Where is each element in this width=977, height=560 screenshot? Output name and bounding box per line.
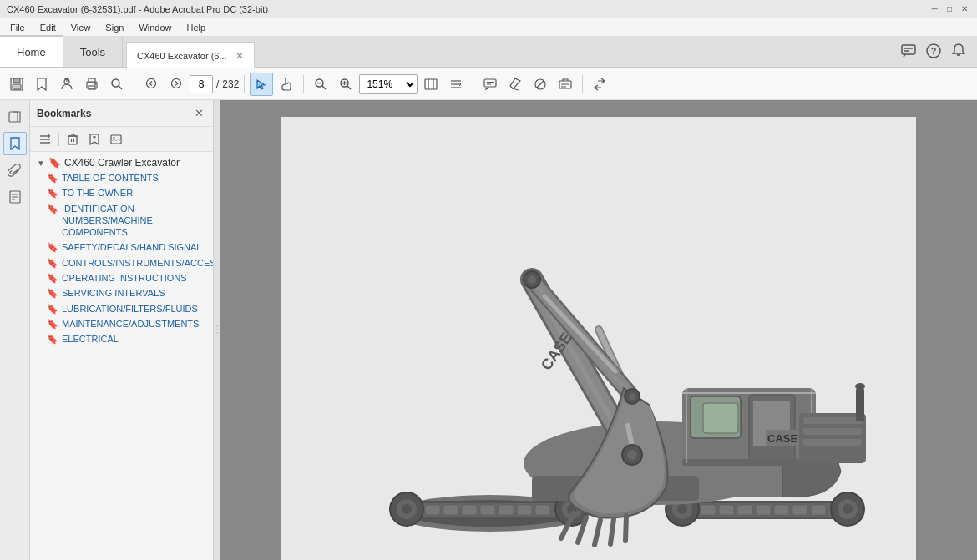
fit-page-button[interactable] (419, 73, 443, 96)
hand-tool-button[interactable] (275, 73, 298, 96)
svg-point-12 (94, 83, 96, 85)
menu-edit[interactable]: Edit (33, 21, 63, 34)
panel-resize-handle[interactable] (214, 100, 220, 560)
svg-rect-84 (792, 505, 807, 515)
bookmarks-options-button[interactable] (35, 129, 55, 149)
bookmark-item[interactable]: 🔖 SAFETY/DECALS/HAND SIGNAL (43, 240, 213, 255)
bookmark-item-icon: 🔖 (47, 173, 58, 184)
svg-point-16 (172, 78, 181, 88)
maximize-button[interactable]: □ (944, 3, 955, 15)
prev-page-button[interactable] (139, 73, 163, 96)
bookmark-item[interactable]: 🔖 CONTROLS/INSTRUMENTS/ACCESSORIES (43, 255, 213, 270)
side-icon-share[interactable] (3, 105, 27, 129)
bookmark-item-label: TO THE OWNER (62, 187, 133, 199)
svg-point-92 (843, 504, 853, 514)
page-nav-group: / 232 (139, 73, 239, 96)
svg-rect-64 (462, 505, 477, 515)
svg-rect-68 (535, 505, 550, 515)
svg-rect-108 (803, 428, 862, 435)
svg-line-126 (610, 519, 614, 544)
page-number-input[interactable] (190, 75, 213, 93)
side-icon-attachments[interactable] (3, 159, 27, 182)
svg-line-19 (322, 86, 326, 89)
minimize-button[interactable]: ─ (929, 3, 940, 15)
tab-tools[interactable]: Tools (63, 37, 123, 67)
comment-button[interactable] (478, 73, 502, 96)
delete-bookmark-button[interactable] (63, 129, 83, 149)
page-display: / 232 (190, 75, 239, 93)
bookmark-add-button[interactable] (30, 73, 53, 96)
document-tab-close[interactable]: ✕ (234, 50, 246, 62)
new-bookmark-button[interactable] (84, 129, 104, 149)
svg-rect-7 (13, 84, 21, 89)
image-bookmark-button[interactable] (106, 129, 126, 149)
side-icon-bookmarks[interactable] (3, 132, 27, 155)
bookmark-item[interactable]: 🔖 OPERATING INSTRUCTIONS (43, 270, 213, 285)
document-tab[interactable]: CX460 Excavator (6... ✕ (126, 42, 255, 68)
svg-rect-47 (68, 136, 77, 144)
svg-text:CASE: CASE (767, 432, 797, 445)
menu-window[interactable]: Window (132, 21, 178, 34)
svg-rect-85 (811, 505, 826, 515)
notifications-button[interactable] (949, 41, 969, 61)
bookmark-item[interactable]: 🔖 IDENTIFICATION NUMBERS/MACHINE COMPONE… (43, 201, 213, 240)
share-button[interactable] (55, 73, 78, 96)
zoom-in-button[interactable] (334, 73, 357, 96)
svg-line-35 (537, 81, 544, 88)
bookmark-item[interactable]: 🔖 TO THE OWNER (43, 185, 213, 200)
menu-view[interactable]: View (64, 21, 98, 34)
svg-line-127 (625, 516, 626, 541)
excavator-svg: CASE (298, 129, 899, 560)
save-button[interactable] (5, 73, 28, 96)
menu-help[interactable]: Help (180, 21, 213, 34)
toolbar-sep-4 (473, 75, 473, 93)
bookmarks-panel: Bookmarks ✕ (30, 100, 214, 560)
bookmark-item[interactable]: 🔖 MAINTENANCE/ADJUSTMENTS (43, 316, 213, 331)
bookmarks-title: Bookmarks (37, 108, 91, 119)
svg-point-111 (855, 383, 865, 390)
zoom-select[interactable]: 50%75%100% 125%150%151% 175%200% (359, 74, 418, 94)
menu-sign[interactable]: Sign (99, 21, 130, 34)
side-icon-pages[interactable] (3, 185, 27, 209)
cursor-tool-button[interactable] (250, 73, 273, 96)
svg-text:?: ? (931, 46, 937, 56)
chat-button[interactable] (899, 41, 919, 61)
svg-rect-102 (682, 459, 816, 466)
bookmark-item-icon: 🔖 (47, 242, 58, 253)
help-button[interactable]: ? (924, 41, 944, 61)
bookmark-root-icon: 🔖 (48, 157, 61, 169)
bookmark-item[interactable]: 🔖 LUBRICATION/FILTERS/FLUIDS (43, 301, 213, 316)
print-button[interactable] (80, 73, 104, 96)
title-text: CX460 Excavator (6-32531).pdf - Adobe Ac… (7, 4, 268, 14)
bookmark-item[interactable]: 🔖 SERVICING INTERVALS (43, 285, 213, 300)
tab-home[interactable]: Home (0, 35, 63, 67)
bookmark-item-label: MAINTENANCE/ADJUSTMENTS (62, 318, 199, 330)
bookmark-item-label: CONTROLS/INSTRUMENTS/ACCESSORIES (62, 257, 213, 269)
pdf-viewer[interactable]: CASE (220, 100, 977, 560)
stamp-button[interactable] (554, 73, 577, 96)
bookmark-item[interactable]: 🔖 ELECTRICAL (43, 331, 213, 346)
next-page-button[interactable] (165, 73, 188, 96)
find-button[interactable] (105, 73, 129, 96)
highlight-button[interactable] (504, 73, 527, 96)
excavator-image: CASE (281, 117, 916, 560)
menu-bar: File Edit View Sign Window Help (0, 18, 977, 37)
strikethrough-button[interactable] (529, 73, 552, 96)
close-button[interactable]: ✕ (959, 3, 970, 15)
share-link-button[interactable] (588, 73, 611, 96)
pdf-page: CASE (281, 117, 916, 560)
bookmark-root-label: CX460 Crawler Excavator (64, 157, 180, 169)
bookmarks-close-button[interactable]: ✕ (191, 106, 206, 121)
page-total: 232 (222, 78, 239, 90)
bookmark-item[interactable]: 🔖 TABLE OF CONTENTS (43, 170, 213, 185)
svg-line-33 (512, 88, 519, 90)
scroll-mode-button[interactable] (444, 73, 468, 96)
svg-rect-30 (484, 79, 496, 87)
svg-rect-110 (856, 388, 864, 421)
menu-file[interactable]: File (3, 21, 32, 34)
bookmarks-root[interactable]: ▼ 🔖 CX460 Crawler Excavator (30, 155, 213, 170)
svg-rect-109 (803, 439, 862, 446)
zoom-out-button[interactable] (309, 73, 332, 96)
svg-rect-39 (9, 112, 18, 122)
toolbar-sep-2 (244, 75, 245, 93)
